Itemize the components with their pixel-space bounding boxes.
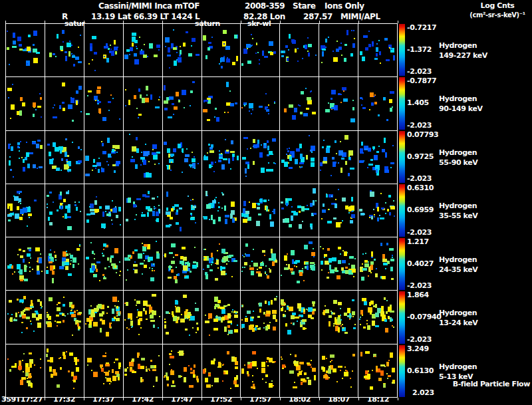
data-pixel [294, 382, 295, 383]
data-pixel [94, 200, 97, 205]
data-pixel [313, 213, 317, 215]
data-pixel [374, 58, 378, 60]
data-pixel [387, 261, 390, 264]
data-pixel [166, 192, 168, 197]
data-pixel [169, 67, 170, 68]
data-pixel [304, 372, 307, 375]
data-pixel [40, 97, 42, 100]
colorbar [399, 131, 405, 183]
data-pixel [13, 176, 14, 178]
data-pixel [167, 55, 171, 57]
data-pixel [380, 63, 381, 64]
data-pixel [63, 108, 65, 111]
data-pixel [315, 55, 317, 56]
data-pixel [323, 203, 325, 207]
data-pixel [383, 384, 386, 388]
data-pixel [143, 253, 144, 254]
data-pixel [28, 213, 32, 216]
data-pixel [98, 169, 100, 173]
data-pixel [112, 369, 114, 373]
data-pixel [50, 265, 53, 271]
data-pixel [172, 103, 174, 105]
data-pixel [226, 59, 230, 63]
axis-tick-bottom [45, 398, 45, 400]
data-pixel [23, 250, 25, 252]
panel [84, 184, 123, 237]
data-pixel [108, 110, 110, 111]
data-pixel [223, 372, 225, 374]
data-pixel [168, 116, 172, 118]
panel [241, 184, 279, 237]
data-pixel [392, 257, 393, 258]
data-pixel [174, 204, 179, 207]
data-pixel [243, 137, 248, 139]
data-pixel [157, 196, 158, 198]
data-pixel [352, 354, 355, 356]
data-pixel [281, 356, 282, 358]
panel [6, 237, 45, 290]
data-pixel [325, 309, 329, 313]
data-pixel [340, 168, 342, 173]
data-pixel [18, 312, 19, 313]
overlay-label-skr-wl: skr-wl [247, 20, 271, 28]
data-pixel [102, 211, 104, 217]
data-pixel [9, 163, 10, 164]
data-pixel [328, 272, 329, 273]
data-pixel [216, 315, 217, 317]
data-pixel [263, 327, 265, 329]
data-pixel [143, 160, 146, 165]
data-pixel [170, 370, 174, 375]
data-pixel [29, 249, 31, 251]
data-pixel [150, 277, 154, 281]
data-pixel [235, 102, 237, 104]
data-pixel [379, 215, 380, 216]
data-pixel [183, 43, 186, 47]
data-pixel [20, 141, 21, 142]
data-pixel [251, 271, 254, 275]
data-pixel [19, 315, 21, 317]
data-pixel [262, 250, 265, 253]
data-pixel [222, 267, 225, 269]
data-pixel [104, 227, 105, 229]
data-pixel [340, 222, 342, 223]
panel [241, 77, 279, 130]
data-pixel [114, 170, 116, 173]
data-pixel [112, 149, 114, 152]
data-pixel [218, 217, 221, 221]
data-pixel [362, 107, 366, 109]
data-pixel [154, 164, 156, 165]
data-pixel [29, 352, 32, 354]
data-pixel [384, 38, 388, 41]
data-pixel [205, 315, 206, 316]
data-pixel [257, 52, 259, 53]
data-pixel [166, 332, 169, 335]
data-pixel [65, 152, 67, 157]
data-pixel [292, 115, 296, 120]
data-pixel [235, 384, 239, 387]
data-pixel [263, 323, 265, 324]
data-pixel [362, 263, 363, 265]
data-pixel [271, 253, 276, 259]
data-pixel [77, 359, 79, 362]
data-pixel [241, 319, 243, 321]
data-pixel [164, 253, 166, 257]
data-pixel [146, 368, 148, 372]
data-pixel [265, 382, 267, 383]
data-pixel [332, 157, 334, 160]
data-pixel [47, 144, 50, 146]
data-pixel [68, 190, 69, 192]
data-pixel [33, 164, 36, 168]
data-pixel [140, 164, 142, 166]
data-pixel [149, 43, 153, 49]
data-pixel [169, 364, 170, 365]
data-pixel [96, 261, 100, 263]
data-pixel [57, 307, 61, 311]
data-pixel [382, 149, 385, 152]
data-pixel [321, 218, 323, 219]
data-pixel [392, 380, 395, 382]
data-pixel [265, 314, 270, 317]
data-pixel [251, 261, 253, 262]
data-pixel [388, 375, 391, 377]
data-pixel [67, 207, 70, 213]
data-pixel [348, 173, 350, 176]
